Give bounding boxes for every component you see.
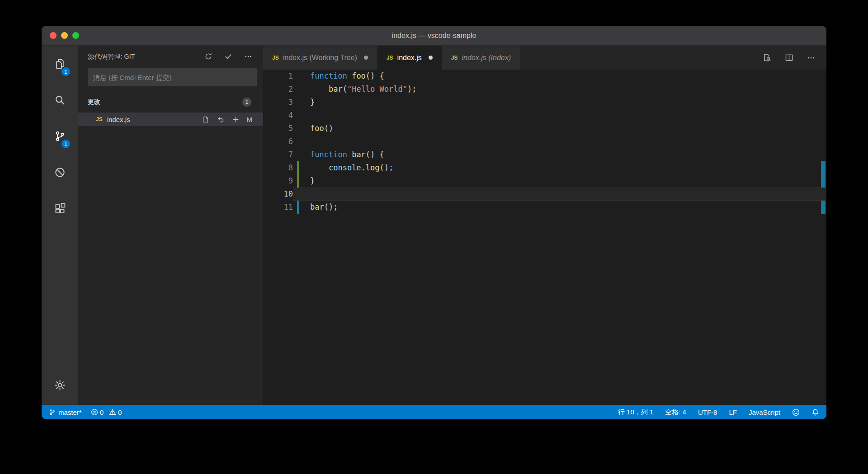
tab-index-js[interactable]: JS index.js: [377, 46, 442, 70]
overview-modified-mark: [821, 201, 826, 214]
line-number[interactable]: 1: [263, 70, 293, 83]
editor-area: JS index.js (Working Tree) JS index.js J…: [263, 46, 826, 405]
split-editor-icon[interactable]: [784, 53, 794, 62]
activity-extensions[interactable]: [42, 190, 78, 226]
line-number[interactable]: 6: [263, 135, 293, 148]
line-number[interactable]: 3: [263, 96, 293, 109]
file-actions: M: [202, 116, 253, 123]
line-number[interactable]: 7: [263, 148, 293, 161]
code-text[interactable]: [299, 109, 310, 122]
line-number[interactable]: 8: [263, 161, 293, 174]
code-line[interactable]: 6: [263, 135, 826, 148]
code-text[interactable]: function bar() {: [299, 148, 384, 161]
git-branch-icon: [49, 409, 56, 416]
code-text[interactable]: bar();: [299, 201, 338, 214]
line-number[interactable]: 2: [263, 83, 293, 96]
commit-message-input[interactable]: [88, 68, 257, 86]
line-number[interactable]: 10: [263, 188, 293, 201]
close-window-button[interactable]: [50, 32, 57, 39]
code-line[interactable]: 9}: [263, 174, 826, 188]
code-line[interactable]: 1function foo() {: [263, 70, 826, 83]
problems-status[interactable]: 0 0: [91, 408, 126, 416]
activity-source-control[interactable]: 1: [42, 118, 78, 154]
code-text[interactable]: }: [299, 174, 315, 188]
code-line[interactable]: 2 bar("Hello World");: [263, 83, 826, 96]
modified-dot-icon[interactable]: [429, 56, 433, 60]
feedback-smiley-icon[interactable]: [792, 408, 800, 416]
status-bar: master* 0 0: [42, 405, 826, 419]
code-line[interactable]: 8 console.log();: [263, 161, 826, 174]
commit-check-icon[interactable]: [224, 52, 232, 61]
source-control-badge: 1: [61, 140, 70, 148]
overview-added-mark: [821, 161, 826, 174]
modified-status-badge: M: [247, 116, 253, 123]
code-text[interactable]: }: [299, 96, 315, 109]
activity-search[interactable]: [42, 82, 78, 118]
editor-actions: [751, 46, 826, 70]
code-text[interactable]: function foo() {: [299, 70, 384, 83]
more-actions-icon[interactable]: [244, 52, 252, 61]
scm-file-row[interactable]: JS index.js: [78, 113, 263, 126]
stage-changes-icon[interactable]: [232, 116, 240, 123]
js-file-icon: JS: [272, 55, 279, 61]
js-file-icon: JS: [387, 55, 393, 61]
line-number[interactable]: 4: [263, 109, 293, 122]
more-actions-icon[interactable]: [807, 53, 816, 62]
tab-index-index[interactable]: JS index.js (Index): [442, 46, 520, 70]
code-text[interactable]: foo(): [299, 122, 333, 135]
activity-explorer[interactable]: 1: [42, 46, 78, 82]
tab-index-working-tree[interactable]: JS index.js (Working Tree): [263, 46, 377, 70]
notifications-bell-icon[interactable]: [811, 408, 819, 416]
window-title: index.js — vscode-sample: [392, 32, 476, 40]
editor[interactable]: 1function foo() {2 bar("Hello World");3}…: [263, 70, 826, 405]
activity-settings[interactable]: [42, 367, 78, 403]
js-file-icon: JS: [451, 55, 458, 61]
refresh-icon[interactable]: [204, 52, 212, 61]
language-mode-status[interactable]: JavaScript: [749, 408, 780, 416]
open-changes-icon[interactable]: [762, 53, 772, 62]
error-count: 0: [100, 408, 104, 416]
code-line[interactable]: 4: [263, 109, 826, 122]
activity-bar: 1 1: [42, 46, 78, 405]
zoom-window-button[interactable]: [72, 32, 79, 39]
encoding-status[interactable]: UTF-8: [698, 408, 717, 416]
minimize-window-button[interactable]: [61, 32, 68, 39]
sidebar-source-control: 源代码管理: GIT: [78, 46, 263, 405]
window-controls: [50, 26, 79, 45]
activity-debug[interactable]: [42, 154, 78, 190]
line-number[interactable]: 11: [263, 201, 293, 214]
cursor-position-status[interactable]: 行 10，列 1: [618, 408, 653, 417]
status-right: 行 10，列 1 空格: 4 UTF-8 LF JavaScript: [618, 408, 819, 417]
code-lines: 1function foo() {2 bar("Hello World");3}…: [263, 70, 826, 214]
tab-label: index.js: [397, 54, 422, 62]
desktop: index.js — vscode-sample 1: [0, 0, 868, 474]
line-number[interactable]: 9: [263, 174, 293, 188]
modified-dot-icon[interactable]: [364, 56, 368, 60]
code-line[interactable]: 11bar();: [263, 201, 826, 214]
indentation-status[interactable]: 空格: 4: [665, 408, 686, 417]
open-file-icon[interactable]: [202, 116, 210, 123]
code-line[interactable]: 7function bar() {: [263, 148, 826, 161]
code-line[interactable]: 5foo(): [263, 122, 826, 135]
search-icon: [54, 94, 66, 106]
debug-icon: [54, 166, 66, 178]
code-text[interactable]: [299, 188, 310, 201]
explorer-badge: 1: [61, 67, 70, 76]
titlebar[interactable]: index.js — vscode-sample: [42, 26, 826, 46]
eol-status[interactable]: LF: [729, 408, 737, 416]
code-text[interactable]: [299, 135, 310, 148]
tab-label: index.js (Working Tree): [283, 54, 357, 62]
sidebar-title: 源代码管理: GIT: [88, 52, 135, 61]
git-branch-status[interactable]: master*: [49, 408, 82, 416]
line-number[interactable]: 5: [263, 122, 293, 135]
overview-added-mark: [821, 174, 826, 188]
changes-section-header[interactable]: 更改 1: [78, 95, 263, 109]
overview-ruler[interactable]: [820, 70, 826, 405]
tab-label: index.js (Index): [462, 54, 511, 62]
code-line[interactable]: 10: [263, 188, 826, 201]
discard-changes-icon[interactable]: [217, 116, 225, 123]
code-line[interactable]: 3}: [263, 96, 826, 109]
status-left: master* 0 0: [49, 408, 125, 416]
code-text[interactable]: console.log();: [299, 161, 393, 174]
code-text[interactable]: bar("Hello World");: [299, 83, 416, 96]
